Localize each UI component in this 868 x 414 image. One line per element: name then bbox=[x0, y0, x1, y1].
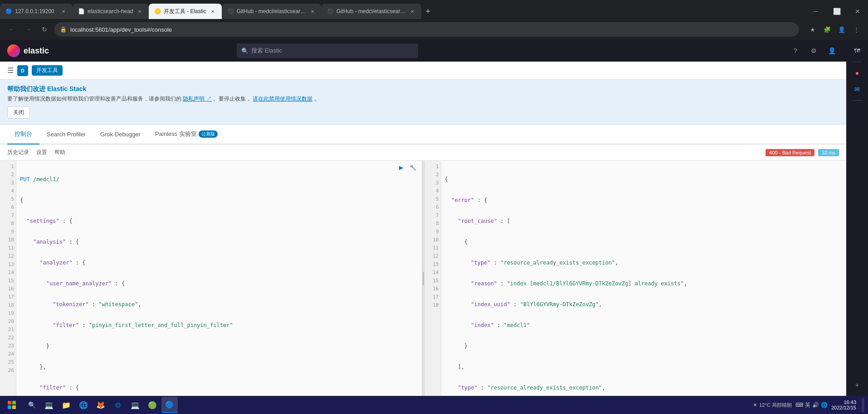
sidebar-map-icon[interactable]: 🗺 bbox=[850, 43, 864, 58]
more-menu-icon[interactable]: ⋮ bbox=[850, 23, 863, 36]
sidebar-office-icon[interactable]: ● bbox=[850, 66, 864, 80]
out-num-4: 4 bbox=[429, 187, 439, 195]
info-text-end: 。 bbox=[314, 96, 320, 102]
tab-label-2: elasticsearch-head bbox=[88, 8, 133, 14]
line-num-4: 4 bbox=[4, 187, 14, 195]
browser-chrome: 🔵 127.0.0.1:19200 ✕ 📄 elasticsearch-head… bbox=[0, 0, 868, 40]
line-num-11: 11 bbox=[4, 244, 14, 252]
help-icon[interactable]: ? bbox=[788, 43, 803, 58]
hamburger-menu[interactable]: ☰ bbox=[7, 66, 14, 75]
maximize-button[interactable]: ⬜ bbox=[826, 4, 847, 19]
code-line-3: "settings" : { bbox=[20, 217, 418, 225]
app-header: elastic 🔍 搜索 Elastic ? ⚙ 👤 bbox=[0, 40, 846, 62]
line-num-1: 1 bbox=[4, 163, 14, 171]
line-num-10: 10 bbox=[4, 236, 14, 244]
out-line-2: "error" : { bbox=[445, 196, 843, 204]
lock-icon: 🔒 bbox=[60, 26, 67, 33]
code-line-7: "tokenizer" : "whitespace", bbox=[20, 300, 418, 308]
tab-search-profiler[interactable]: Search Profiler bbox=[39, 125, 93, 144]
status-badge-time: 32 ms bbox=[818, 149, 839, 156]
user-avatar-icon[interactable]: 👤 bbox=[824, 43, 839, 58]
sidebar-add-icon[interactable]: + bbox=[850, 378, 864, 392]
run-button[interactable]: ▶ bbox=[396, 163, 406, 173]
breadcrumb-bar: ☰ D 开发工具 bbox=[0, 62, 846, 80]
line-num-17: 17 bbox=[4, 293, 14, 301]
code-editor[interactable]: 1 2 3 4 5 6 7 8 9 10 11 12 13 14 bbox=[0, 161, 422, 396]
tab-close-1[interactable]: ✕ bbox=[60, 8, 67, 15]
line-num-16: 16 bbox=[4, 285, 14, 293]
elastic-logo-text: elastic bbox=[24, 46, 49, 56]
tab-favicon-4: ⚫ bbox=[227, 8, 234, 14]
main-content: elastic 🔍 搜索 Elastic ? ⚙ 👤 ☰ D 开发工具 帮助我们… bbox=[0, 40, 846, 396]
line-numbers: 1 2 3 4 5 6 7 8 9 10 11 12 13 14 bbox=[0, 161, 16, 396]
browser-tab-2[interactable]: 📄 elasticsearch-head ✕ bbox=[73, 4, 149, 19]
settings-button[interactable]: 设置 bbox=[36, 149, 47, 156]
avatar-text: D bbox=[21, 68, 24, 73]
out-line-9: } bbox=[445, 342, 843, 350]
wrench-icon[interactable]: 🔧 bbox=[408, 163, 418, 173]
tab-close-3[interactable]: ✕ bbox=[209, 8, 216, 15]
info-banner-close-button[interactable]: 关闭 bbox=[7, 106, 30, 119]
header-search[interactable]: 🔍 搜索 Elastic bbox=[237, 43, 418, 58]
info-banner-title: 帮助我们改进 Elastic Stack bbox=[7, 85, 839, 93]
elastic-logo-circle bbox=[7, 44, 20, 57]
output-code: 1 2 3 4 5 6 7 8 9 10 11 12 13 14 bbox=[425, 161, 847, 396]
line-num-7: 7 bbox=[4, 212, 14, 220]
tab-console[interactable]: 控制台 bbox=[7, 125, 39, 144]
forward-button[interactable]: → bbox=[22, 23, 34, 36]
line-num-13: 13 bbox=[4, 260, 14, 269]
address-bar[interactable]: 🔒 localhost:5601/app/dev_tools#/console bbox=[54, 22, 799, 37]
code-line-10: }, bbox=[20, 363, 418, 371]
out-line-8: "index" : "medcl1" bbox=[445, 321, 843, 329]
sidebar-email-icon[interactable]: ✉ bbox=[850, 82, 864, 96]
new-tab-button[interactable]: + bbox=[421, 4, 435, 19]
code-line-2: { bbox=[20, 196, 418, 204]
reload-button[interactable]: ↻ bbox=[38, 23, 51, 36]
line-num-8: 8 bbox=[4, 220, 14, 228]
browser-tab-3[interactable]: 🟡 开发工具 - Elastic ✕ bbox=[149, 4, 222, 19]
close-button[interactable]: ✕ bbox=[847, 4, 868, 19]
out-num-13: 13 bbox=[429, 260, 439, 269]
tab-painless[interactable]: Painless 实验室 公测版 bbox=[148, 125, 225, 144]
line-num-9: 9 bbox=[4, 228, 14, 236]
bookmarks-icon[interactable]: ★ bbox=[806, 23, 819, 36]
out-num-10: 10 bbox=[429, 236, 439, 244]
line-num-2: 2 bbox=[4, 171, 14, 179]
line-num-14: 14 bbox=[4, 269, 14, 277]
out-num-3: 3 bbox=[429, 179, 439, 187]
out-num-18: 18 bbox=[429, 301, 439, 309]
browser-tab-4[interactable]: ⚫ GitHub - medcl/elasticsearch-an... ✕ bbox=[222, 4, 322, 19]
settings-icon[interactable]: ⚙ bbox=[806, 43, 821, 58]
breadcrumb-label[interactable]: 开发工具 bbox=[32, 65, 63, 76]
disable-data-link[interactable]: 请在此禁用使用情况数据 bbox=[253, 96, 312, 102]
history-button[interactable]: 历史记录 bbox=[7, 149, 29, 156]
out-num-16: 16 bbox=[429, 285, 439, 293]
tab-label-3: 开发工具 - Elastic bbox=[164, 8, 206, 15]
line-num-18: 18 bbox=[4, 301, 14, 309]
out-num-11: 11 bbox=[429, 244, 439, 252]
help-button[interactable]: 帮助 bbox=[54, 149, 65, 156]
minimize-button[interactable]: ─ bbox=[805, 4, 826, 19]
omnibar: ← → ↻ 🔒 localhost:5601/app/dev_tools#/co… bbox=[0, 19, 868, 40]
profile-icon[interactable]: 👤 bbox=[835, 23, 848, 36]
search-icon: 🔍 bbox=[241, 48, 249, 54]
extensions-icon[interactable]: 🧩 bbox=[821, 23, 834, 36]
tab-close-4[interactable]: ✕ bbox=[309, 8, 316, 15]
back-button[interactable]: ← bbox=[5, 23, 18, 36]
code-content[interactable]: PUT /medcl1/ { "settings" : { "analysis"… bbox=[16, 161, 422, 396]
tab-grok-debugger[interactable]: Grok Debugger bbox=[93, 125, 148, 144]
right-sidebar: 🗺 ● ✉ + bbox=[846, 40, 868, 396]
privacy-link[interactable]: 隐私声明 ↗ bbox=[183, 96, 211, 102]
line-num-21: 21 bbox=[4, 326, 14, 334]
elastic-logo[interactable]: elastic bbox=[7, 44, 49, 57]
header-actions: ? ⚙ 👤 bbox=[788, 43, 839, 58]
out-line-3: "root_cause" : [ bbox=[445, 217, 843, 225]
code-line-6: "user_name_analyzer" : { bbox=[20, 279, 418, 288]
browser-tab-5[interactable]: ⚫ GitHub - medcl/elasticsearch-an... ✕ bbox=[322, 4, 421, 19]
browser-tab-1[interactable]: 🔵 127.0.0.1:19200 ✕ bbox=[0, 4, 73, 19]
line-num-15: 15 bbox=[4, 277, 14, 285]
line-num-12: 12 bbox=[4, 252, 14, 260]
output-pane: 1 2 3 4 5 6 7 8 9 10 11 12 13 14 bbox=[425, 161, 847, 396]
tab-close-5[interactable]: ✕ bbox=[409, 8, 416, 15]
tab-close-2[interactable]: ✕ bbox=[136, 8, 143, 15]
